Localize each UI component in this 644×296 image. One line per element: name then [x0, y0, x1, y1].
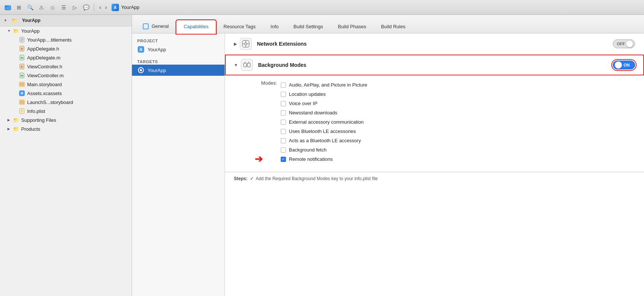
mode-location: Location updates: [281, 90, 635, 99]
svg-rect-25: [143, 24, 148, 29]
app-icon: A: [112, 4, 119, 11]
svg-rect-16: [22, 83, 24, 86]
steps-label: Steps:: [234, 176, 248, 181]
list-icon[interactable]: ☰: [59, 3, 68, 12]
svg-text:h: h: [21, 47, 23, 51]
svg-rect-20: [20, 101, 24, 104]
sidebar-item-viewcontroller-m[interactable]: m ViewController.m: [0, 71, 132, 80]
m-file-icon: m: [19, 54, 25, 61]
disclosure-icon: ▼: [4, 19, 9, 22]
disclosure-icon: ▶: [7, 127, 13, 131]
modes-label-row: Modes: Audio, AirPlay, and Picture in Pi…: [255, 78, 635, 166]
m-file-icon: m: [19, 72, 25, 79]
side-panel-target-item[interactable]: YourApp: [132, 65, 225, 76]
sidebar-item-yourapp[interactable]: ▼ 📁 YourApp: [0, 26, 132, 35]
mode-external-accessory-checkbox[interactable]: [281, 120, 286, 125]
forward-button[interactable]: ›: [103, 3, 108, 12]
grid-icon[interactable]: ⊞: [15, 3, 23, 12]
warning-icon[interactable]: ⚠: [37, 3, 45, 12]
mode-audio-checkbox[interactable]: [281, 82, 286, 88]
mode-remote-notifications: ➔ ✓ Remote notifications: [281, 154, 635, 164]
toggle-knob: [615, 61, 622, 69]
play-icon[interactable]: ▷: [71, 3, 79, 12]
mode-background-fetch: Background fetch: [281, 145, 635, 154]
network-ext-expand[interactable]: ▶: [234, 42, 237, 46]
tab-info[interactable]: Info: [264, 20, 286, 33]
bg-modes-expand[interactable]: ▼: [234, 63, 238, 67]
mode-location-checkbox[interactable]: [281, 92, 286, 97]
tabs-bar: General Capabilities Resource Tags Info …: [132, 15, 644, 33]
tab-resource-tags[interactable]: Resource Tags: [216, 20, 263, 33]
mode-remote-notifications-checkbox[interactable]: ✓: [281, 157, 286, 162]
svg-point-32: [245, 43, 247, 45]
sidebar-item-supporting-files[interactable]: ▶ 📁 Supporting Files: [0, 116, 132, 124]
sidebar-item-label: Products: [21, 126, 40, 132]
modes-label: Modes:: [255, 80, 277, 86]
sidebar-item-products[interactable]: ▶ 📁 Products: [0, 124, 132, 133]
sidebar-item-label: ViewController.h: [27, 64, 62, 69]
search-icon[interactable]: 🔍: [26, 3, 34, 12]
h-file-icon: h: [19, 63, 25, 70]
storyboard-icon: [19, 99, 25, 105]
background-modes-header[interactable]: ▼ Background Modes ON: [225, 55, 644, 75]
folder-icon: 📁: [13, 117, 19, 123]
mode-voip-checkbox[interactable]: [281, 101, 286, 106]
h-file-icon: h: [19, 45, 25, 52]
sidebar-root[interactable]: ▼ 📁 YourApp: [0, 15, 132, 26]
side-panel-project-item[interactable]: A YourApp: [132, 44, 225, 55]
sidebar-item-main-storyboard[interactable]: Main.storyboard: [0, 80, 132, 89]
mode-background-fetch-checkbox[interactable]: [281, 147, 286, 153]
mode-newsstand-checkbox[interactable]: [281, 110, 286, 116]
back-button[interactable]: ‹: [98, 3, 103, 12]
network-extensions-row: ▶ Network Extensions OFF: [225, 33, 644, 55]
steps-footer: Steps: ✓ Add the Required Background Mod…: [225, 172, 644, 185]
sidebar-item-label: YourApp: [21, 28, 39, 34]
sidebar-item-launchscreen[interactable]: LaunchS...storyboard: [0, 98, 132, 107]
sidebar-item-info-plist[interactable]: Info.plist: [0, 107, 132, 116]
tab-capabilities[interactable]: Capabilities: [177, 20, 216, 33]
target-icon: [137, 66, 145, 74]
svg-text:h: h: [21, 65, 23, 68]
tab-build-settings[interactable]: Build Settings: [286, 20, 330, 33]
tab-build-phases[interactable]: Build Phases: [331, 20, 373, 33]
chat-icon[interactable]: 💬: [82, 3, 90, 12]
bg-modes-icon: [241, 59, 253, 71]
entitlements-icon: [19, 36, 25, 43]
sidebar-item-appdelegate-h[interactable]: h AppDelegate.h: [0, 44, 132, 53]
svg-rect-38: [247, 63, 250, 67]
folder-icon[interactable]: [4, 3, 12, 12]
network-ext-title: Network Extensions: [257, 41, 613, 47]
toolbar-title-label: YourApp: [121, 4, 139, 10]
side-panel: PROJECT A YourApp TARGETS YourApp: [132, 33, 225, 296]
sidebar-item-viewcontroller-h[interactable]: h ViewController.h: [0, 62, 132, 71]
tab-build-rules[interactable]: Build Rules: [374, 20, 413, 33]
targets-section-label: TARGETS: [132, 58, 225, 65]
network-ext-icon: [240, 38, 252, 50]
diamond-icon[interactable]: ◇: [48, 3, 57, 12]
svg-rect-37: [244, 63, 247, 67]
toolbar-separator: [94, 4, 94, 11]
folder-icon: 📁: [13, 27, 19, 34]
sidebar-item-assets[interactable]: Assets.xcassets: [0, 89, 132, 98]
sidebar-item-titlements[interactable]: YourApp....titlements: [0, 35, 132, 44]
mode-bluetooth-accessory-checkbox[interactable]: [281, 138, 286, 143]
sidebar-item-appdelegate-m[interactable]: m AppDelegate.m: [0, 53, 132, 62]
mode-location-label: Location updates: [289, 91, 326, 97]
network-ext-toggle[interactable]: OFF: [613, 39, 635, 48]
bg-modes-toggle[interactable]: ON: [613, 61, 635, 69]
breadcrumb: A YourApp: [112, 4, 139, 11]
svg-point-18: [21, 92, 23, 94]
steps-text: Add the Required Background Modes key to…: [256, 176, 378, 181]
sidebar-root-label: YourApp: [22, 18, 41, 23]
svg-text:A: A: [139, 47, 142, 52]
sidebar-item-label: AppDelegate.m: [27, 55, 61, 61]
mode-voip: Voice over IP: [281, 99, 635, 108]
mode-bluetooth-le-checkbox[interactable]: [281, 129, 286, 134]
tab-general[interactable]: General: [136, 20, 176, 33]
svg-text:m: m: [20, 56, 23, 59]
content-area: General Capabilities Resource Tags Info …: [132, 15, 644, 296]
plist-icon: [19, 108, 25, 114]
mode-audio: Audio, AirPlay, and Picture in Picture: [281, 80, 635, 90]
disclosure-icon: ▼: [7, 29, 13, 33]
content-inner: PROJECT A YourApp TARGETS YourApp: [132, 33, 644, 296]
